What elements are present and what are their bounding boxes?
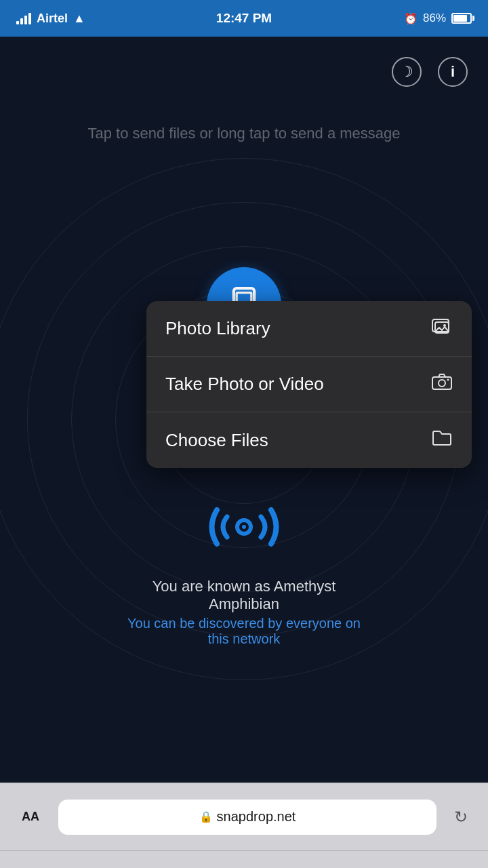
lock-icon: 🔒 [199, 810, 213, 823]
take-photo-label: Take Photo or Video [165, 374, 324, 395]
svg-point-10 [242, 525, 246, 529]
info-icon: i [451, 63, 455, 81]
back-button[interactable]: ‹ [28, 865, 69, 869]
choose-files-item[interactable]: Choose Files [146, 412, 472, 468]
radar-icon-area: You are known as Amethyst Amphibian You … [122, 476, 366, 647]
battery-percentage: 86% [423, 12, 446, 25]
forward-button[interactable]: › [126, 865, 167, 869]
battery-fill [453, 15, 467, 22]
dark-mode-button[interactable]: ☽ [392, 57, 422, 87]
carrier-label: Airtel [37, 12, 68, 26]
bookmarks-button[interactable] [321, 865, 362, 869]
wifi-icon: ▲ [73, 12, 85, 26]
svg-point-8 [447, 379, 449, 381]
url-text: snapdrop.net [217, 809, 296, 825]
reload-icon[interactable]: ↻ [447, 808, 474, 827]
photo-library-icon [431, 317, 453, 340]
signal-bar-1 [16, 21, 19, 24]
known-as-text: You are known as Amethyst Amphibian [122, 578, 366, 613]
top-action-icons: ☽ i [392, 57, 468, 87]
broadcast-icon [200, 476, 288, 564]
aa-text[interactable]: AA [14, 810, 47, 824]
signal-bars-icon [16, 12, 31, 24]
choose-files-label: Choose Files [165, 430, 268, 451]
info-button[interactable]: i [438, 57, 468, 87]
moon-icon: ☽ [400, 63, 413, 81]
photo-library-label: Photo Library [165, 318, 270, 339]
main-content: ☽ i Tap to send files or long tap to sen… [0, 37, 488, 783]
folder-icon [431, 429, 453, 452]
share-button[interactable] [224, 865, 264, 869]
signal-bar-3 [24, 16, 27, 24]
take-photo-item[interactable]: Take Photo or Video [146, 357, 472, 412]
context-menu: Photo Library Take Photo or Video [146, 301, 472, 468]
alarm-icon: ⏰ [404, 12, 418, 25]
hint-text: Tap to send files or long tap to send a … [0, 125, 488, 142]
url-bar[interactable]: 🔒 snapdrop.net [58, 800, 436, 835]
browser-bar: AA 🔒 snapdrop.net ↻ [0, 783, 488, 850]
camera-icon [431, 372, 453, 396]
battery-icon [451, 13, 472, 24]
tabs-button[interactable] [419, 865, 460, 869]
status-right: ⏰ 86% [404, 12, 472, 25]
svg-rect-6 [432, 377, 451, 389]
svg-point-7 [439, 380, 445, 387]
time-label: 12:47 PM [216, 11, 272, 26]
signal-bar-4 [28, 13, 31, 24]
status-bar: Airtel ▲ 12:47 PM ⏰ 86% [0, 0, 488, 37]
signal-bar-2 [20, 18, 23, 24]
status-left: Airtel ▲ [16, 12, 85, 26]
photo-library-item[interactable]: Photo Library [146, 301, 472, 357]
broadcast-svg [200, 476, 288, 564]
discovered-text: You can be discovered by everyone on thi… [122, 616, 366, 647]
known-as-section: You are known as Amethyst Amphibian You … [122, 578, 366, 647]
bottom-nav: ‹ › [0, 850, 488, 868]
